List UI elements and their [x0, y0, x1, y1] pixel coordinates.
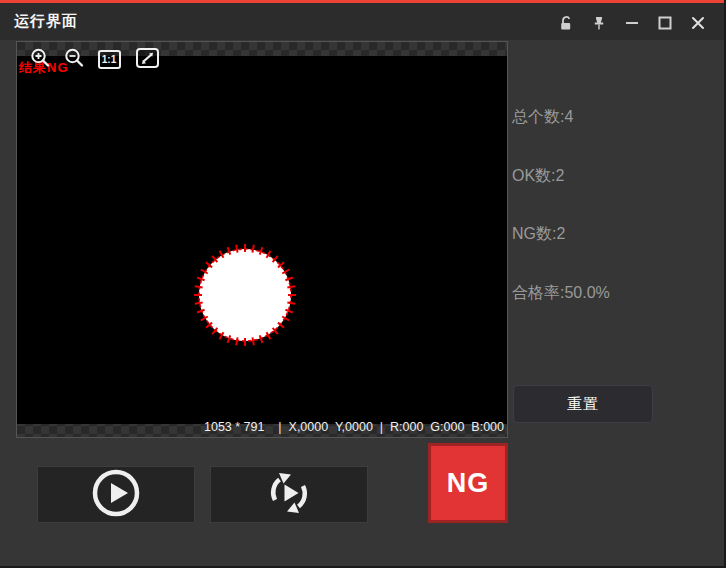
stat-pass-rate: 合格率:50.0% — [512, 283, 610, 304]
zoom-in-button[interactable] — [29, 47, 51, 71]
loop-play-icon — [263, 467, 315, 522]
image-canvas[interactable] — [17, 56, 507, 424]
titlebar: 运行界面 — [0, 0, 724, 40]
zoom-out-button[interactable] — [63, 47, 85, 71]
pin-icon — [590, 14, 608, 32]
detected-circle — [189, 239, 301, 351]
stat-total-count: 总个数:4 — [512, 107, 573, 128]
unlock-icon — [557, 14, 575, 32]
maximize-icon — [656, 14, 674, 32]
stat-ng-count: NG数:2 — [512, 224, 565, 245]
image-viewer: 1:1 结果NG 1053 * 791 | X,0000 Y,0000 | R:… — [16, 41, 508, 438]
run-once-button[interactable] — [37, 466, 195, 523]
fit-to-window-button[interactable] — [135, 47, 159, 71]
viewer-toolbar: 1:1 — [29, 47, 173, 71]
window-title: 运行界面 — [14, 12, 78, 31]
viewer-status-bar: 1053 * 791 | X,0000 Y,0000 | R:000 G:000… — [204, 420, 504, 434]
magnifier-plus-icon — [29, 47, 51, 72]
one-to-one-icon: 1:1 — [98, 50, 121, 69]
reset-button[interactable]: 重置 — [513, 385, 653, 423]
window-controls — [549, 6, 714, 40]
play-circle-icon — [91, 468, 141, 521]
close-button[interactable] — [681, 8, 714, 38]
unlock-button[interactable] — [549, 8, 582, 38]
stat-ok-count: OK数:2 — [512, 166, 564, 187]
fit-to-window-icon — [136, 48, 159, 71]
pin-button[interactable] — [582, 8, 615, 38]
run-continuous-button[interactable] — [210, 466, 368, 523]
magnifier-minus-icon — [63, 47, 85, 72]
app-window: 运行界面 — [0, 0, 726, 568]
minimize-button[interactable] — [615, 8, 648, 38]
zoom-one-to-one-button[interactable]: 1:1 — [97, 47, 121, 71]
minimize-icon — [623, 14, 641, 32]
result-status-badge: NG — [428, 443, 508, 523]
maximize-button[interactable] — [648, 8, 681, 38]
close-icon — [689, 14, 707, 32]
